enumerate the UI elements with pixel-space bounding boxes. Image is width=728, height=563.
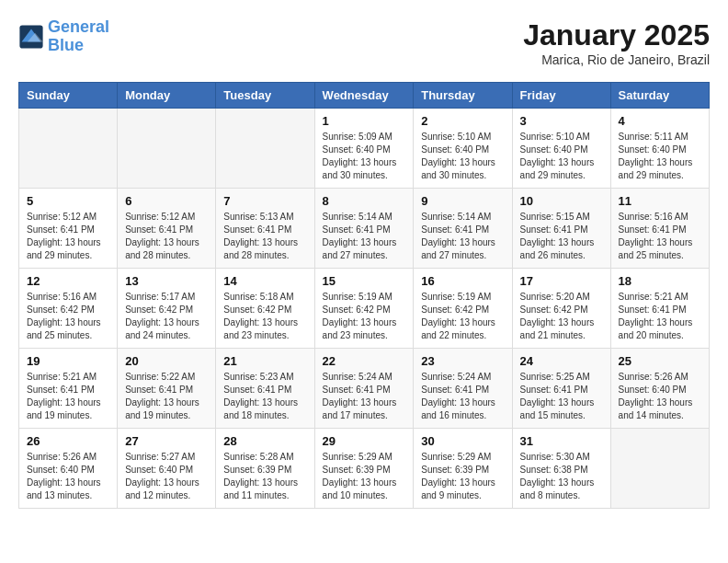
calendar-cell: 12Sunrise: 5:16 AM Sunset: 6:42 PM Dayli… bbox=[19, 269, 118, 349]
day-info: Sunrise: 5:10 AM Sunset: 6:40 PM Dayligh… bbox=[520, 131, 603, 182]
calendar-cell: 21Sunrise: 5:23 AM Sunset: 6:41 PM Dayli… bbox=[216, 349, 314, 429]
month-title: January 2025 bbox=[523, 18, 710, 52]
day-info: Sunrise: 5:28 AM Sunset: 6:39 PM Dayligh… bbox=[223, 451, 306, 502]
day-info: Sunrise: 5:27 AM Sunset: 6:40 PM Dayligh… bbox=[125, 451, 208, 502]
day-number: 6 bbox=[125, 194, 208, 208]
calendar-cell: 5Sunrise: 5:12 AM Sunset: 6:41 PM Daylig… bbox=[19, 189, 118, 269]
logo-icon bbox=[18, 24, 44, 50]
weekday-header: Thursday bbox=[414, 83, 512, 109]
day-number: 13 bbox=[125, 274, 208, 288]
day-number: 30 bbox=[421, 434, 504, 448]
calendar-cell: 24Sunrise: 5:25 AM Sunset: 6:41 PM Dayli… bbox=[512, 349, 610, 429]
day-info: Sunrise: 5:26 AM Sunset: 6:40 PM Dayligh… bbox=[619, 371, 701, 422]
calendar-cell: 10Sunrise: 5:15 AM Sunset: 6:41 PM Dayli… bbox=[512, 189, 610, 269]
day-number: 12 bbox=[27, 274, 109, 288]
calendar-cell: 31Sunrise: 5:30 AM Sunset: 6:38 PM Dayli… bbox=[512, 429, 610, 509]
day-info: Sunrise: 5:25 AM Sunset: 6:41 PM Dayligh… bbox=[520, 371, 603, 422]
day-number: 4 bbox=[619, 114, 701, 128]
calendar-week-row: 5Sunrise: 5:12 AM Sunset: 6:41 PM Daylig… bbox=[19, 189, 710, 269]
day-info: Sunrise: 5:17 AM Sunset: 6:42 PM Dayligh… bbox=[125, 291, 208, 342]
day-info: Sunrise: 5:18 AM Sunset: 6:42 PM Dayligh… bbox=[223, 291, 306, 342]
calendar-cell: 29Sunrise: 5:29 AM Sunset: 6:39 PM Dayli… bbox=[314, 429, 414, 509]
calendar-cell: 18Sunrise: 5:21 AM Sunset: 6:41 PM Dayli… bbox=[610, 269, 709, 349]
calendar-cell: 3Sunrise: 5:10 AM Sunset: 6:40 PM Daylig… bbox=[512, 109, 610, 189]
day-number: 20 bbox=[125, 354, 208, 368]
weekday-header: Tuesday bbox=[216, 83, 314, 109]
day-info: Sunrise: 5:20 AM Sunset: 6:42 PM Dayligh… bbox=[520, 291, 603, 342]
day-info: Sunrise: 5:23 AM Sunset: 6:41 PM Dayligh… bbox=[223, 371, 306, 422]
calendar-cell: 22Sunrise: 5:24 AM Sunset: 6:41 PM Dayli… bbox=[314, 349, 414, 429]
calendar-week-row: 26Sunrise: 5:26 AM Sunset: 6:40 PM Dayli… bbox=[19, 429, 710, 509]
day-number: 9 bbox=[421, 194, 504, 208]
calendar-week-row: 1Sunrise: 5:09 AM Sunset: 6:40 PM Daylig… bbox=[19, 109, 710, 189]
logo-blue: Blue bbox=[48, 36, 84, 54]
calendar-cell: 6Sunrise: 5:12 AM Sunset: 6:41 PM Daylig… bbox=[118, 189, 216, 269]
weekday-header: Monday bbox=[118, 83, 216, 109]
day-number: 11 bbox=[619, 194, 701, 208]
day-number: 5 bbox=[27, 194, 109, 208]
logo: General Blue bbox=[18, 18, 109, 55]
day-info: Sunrise: 5:21 AM Sunset: 6:41 PM Dayligh… bbox=[27, 371, 109, 422]
day-number: 29 bbox=[323, 434, 406, 448]
day-info: Sunrise: 5:12 AM Sunset: 6:41 PM Dayligh… bbox=[27, 211, 109, 262]
day-number: 16 bbox=[421, 274, 504, 288]
calendar-week-row: 19Sunrise: 5:21 AM Sunset: 6:41 PM Dayli… bbox=[19, 349, 710, 429]
day-info: Sunrise: 5:14 AM Sunset: 6:41 PM Dayligh… bbox=[421, 211, 504, 262]
calendar-header-row: SundayMondayTuesdayWednesdayThursdayFrid… bbox=[19, 83, 710, 109]
day-info: Sunrise: 5:19 AM Sunset: 6:42 PM Dayligh… bbox=[323, 291, 406, 342]
day-number: 28 bbox=[223, 434, 306, 448]
day-number: 15 bbox=[323, 274, 406, 288]
day-info: Sunrise: 5:22 AM Sunset: 6:41 PM Dayligh… bbox=[125, 371, 208, 422]
calendar-cell: 16Sunrise: 5:19 AM Sunset: 6:42 PM Dayli… bbox=[414, 269, 512, 349]
day-info: Sunrise: 5:29 AM Sunset: 6:39 PM Dayligh… bbox=[323, 451, 406, 502]
day-info: Sunrise: 5:24 AM Sunset: 6:41 PM Dayligh… bbox=[421, 371, 504, 422]
logo-general: General bbox=[48, 17, 109, 36]
calendar-cell: 25Sunrise: 5:26 AM Sunset: 6:40 PM Dayli… bbox=[610, 349, 709, 429]
calendar-cell bbox=[118, 109, 216, 189]
day-number: 27 bbox=[125, 434, 208, 448]
day-info: Sunrise: 5:09 AM Sunset: 6:40 PM Dayligh… bbox=[323, 131, 406, 182]
day-info: Sunrise: 5:13 AM Sunset: 6:41 PM Dayligh… bbox=[223, 211, 306, 262]
calendar-cell: 8Sunrise: 5:14 AM Sunset: 6:41 PM Daylig… bbox=[314, 189, 414, 269]
day-info: Sunrise: 5:10 AM Sunset: 6:40 PM Dayligh… bbox=[421, 131, 504, 182]
day-info: Sunrise: 5:30 AM Sunset: 6:38 PM Dayligh… bbox=[520, 451, 603, 502]
calendar-table: SundayMondayTuesdayWednesdayThursdayFrid… bbox=[18, 82, 710, 509]
day-number: 18 bbox=[619, 274, 701, 288]
day-number: 24 bbox=[520, 354, 603, 368]
logo-text: General Blue bbox=[48, 18, 109, 55]
calendar-cell: 23Sunrise: 5:24 AM Sunset: 6:41 PM Dayli… bbox=[414, 349, 512, 429]
calendar-cell: 2Sunrise: 5:10 AM Sunset: 6:40 PM Daylig… bbox=[414, 109, 512, 189]
day-number: 7 bbox=[223, 194, 306, 208]
calendar-cell: 1Sunrise: 5:09 AM Sunset: 6:40 PM Daylig… bbox=[314, 109, 414, 189]
calendar-cell: 26Sunrise: 5:26 AM Sunset: 6:40 PM Dayli… bbox=[19, 429, 118, 509]
day-number: 2 bbox=[421, 114, 504, 128]
day-number: 19 bbox=[27, 354, 109, 368]
calendar-cell: 17Sunrise: 5:20 AM Sunset: 6:42 PM Dayli… bbox=[512, 269, 610, 349]
day-info: Sunrise: 5:15 AM Sunset: 6:41 PM Dayligh… bbox=[520, 211, 603, 262]
day-number: 21 bbox=[223, 354, 306, 368]
day-info: Sunrise: 5:29 AM Sunset: 6:39 PM Dayligh… bbox=[421, 451, 504, 502]
title-block: January 2025 Marica, Rio de Janeiro, Bra… bbox=[523, 18, 710, 67]
calendar-cell: 28Sunrise: 5:28 AM Sunset: 6:39 PM Dayli… bbox=[216, 429, 314, 509]
calendar-cell: 14Sunrise: 5:18 AM Sunset: 6:42 PM Dayli… bbox=[216, 269, 314, 349]
weekday-header: Friday bbox=[512, 83, 610, 109]
day-info: Sunrise: 5:11 AM Sunset: 6:40 PM Dayligh… bbox=[619, 131, 701, 182]
calendar-cell: 4Sunrise: 5:11 AM Sunset: 6:40 PM Daylig… bbox=[610, 109, 709, 189]
page-header: General Blue January 2025 Marica, Rio de… bbox=[18, 18, 710, 67]
day-number: 22 bbox=[323, 354, 406, 368]
day-number: 14 bbox=[223, 274, 306, 288]
calendar-week-row: 12Sunrise: 5:16 AM Sunset: 6:42 PM Dayli… bbox=[19, 269, 710, 349]
calendar-cell: 19Sunrise: 5:21 AM Sunset: 6:41 PM Dayli… bbox=[19, 349, 118, 429]
day-info: Sunrise: 5:26 AM Sunset: 6:40 PM Dayligh… bbox=[27, 451, 109, 502]
weekday-header: Saturday bbox=[610, 83, 709, 109]
day-info: Sunrise: 5:21 AM Sunset: 6:41 PM Dayligh… bbox=[619, 291, 701, 342]
calendar-cell: 27Sunrise: 5:27 AM Sunset: 6:40 PM Dayli… bbox=[118, 429, 216, 509]
day-info: Sunrise: 5:12 AM Sunset: 6:41 PM Dayligh… bbox=[125, 211, 208, 262]
calendar-cell: 9Sunrise: 5:14 AM Sunset: 6:41 PM Daylig… bbox=[414, 189, 512, 269]
day-number: 26 bbox=[27, 434, 109, 448]
day-number: 8 bbox=[323, 194, 406, 208]
day-info: Sunrise: 5:16 AM Sunset: 6:41 PM Dayligh… bbox=[619, 211, 701, 262]
calendar-cell: 30Sunrise: 5:29 AM Sunset: 6:39 PM Dayli… bbox=[414, 429, 512, 509]
calendar-cell: 7Sunrise: 5:13 AM Sunset: 6:41 PM Daylig… bbox=[216, 189, 314, 269]
day-number: 3 bbox=[520, 114, 603, 128]
